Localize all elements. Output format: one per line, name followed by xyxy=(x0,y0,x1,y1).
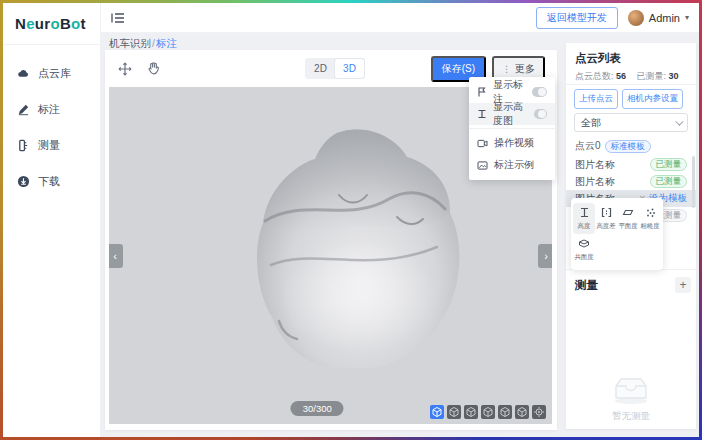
measured-value: 30 xyxy=(669,71,679,81)
view-back-button[interactable] xyxy=(464,405,478,419)
measure-tool-palette: 高度 高度差 平面度 粗糙度 xyxy=(571,198,663,270)
back-to-model-dev-button[interactable]: 返回模型开发 xyxy=(536,7,618,29)
more-label: 更多 xyxy=(515,62,535,76)
sidebar-item-label: 标注 xyxy=(38,102,60,117)
sidebar-item-label: 测量 xyxy=(38,138,60,153)
top-header: 返回模型开发 Admin ▾ xyxy=(101,3,699,33)
tool-flatness[interactable]: 平面度 xyxy=(617,203,639,234)
sidebar-item-point-cloud-library[interactable]: 点云库 xyxy=(3,55,100,91)
breadcrumb-current: 标注 xyxy=(156,37,177,49)
menu-item-label: 显示高度图 xyxy=(493,100,528,128)
download-icon xyxy=(17,175,30,188)
flag-icon xyxy=(477,87,487,97)
filter-select[interactable]: 全部 xyxy=(574,113,688,132)
breadcrumb-separator: / xyxy=(152,37,155,49)
viewer-card: 2D 3D 保存(S) ⋮ 更多 显示标注 xyxy=(105,50,557,430)
user-menu[interactable]: Admin ▾ xyxy=(628,10,689,26)
breadcrumb: 机车识别/标注 xyxy=(109,37,177,51)
view-right-button[interactable] xyxy=(498,405,512,419)
sidebar-item-label: 点云库 xyxy=(38,66,71,81)
tool-label: 高度 xyxy=(578,221,591,230)
sidebar-item-download[interactable]: 下载 xyxy=(3,163,100,199)
add-measure-button[interactable]: + xyxy=(675,277,691,293)
filter-value: 全部 xyxy=(581,116,601,130)
tooth-model[interactable] xyxy=(219,125,469,373)
mode-2d-button[interactable]: 2D xyxy=(306,59,335,78)
tool-height-diff[interactable]: 高度差 xyxy=(595,203,617,234)
chevron-down-icon: ▾ xyxy=(685,13,689,22)
flatness-tool-icon xyxy=(622,207,634,218)
view-front-button[interactable] xyxy=(447,405,461,419)
ibeam-icon xyxy=(477,109,487,119)
mode-3d-button[interactable]: 3D xyxy=(335,59,364,78)
image-name: 图片名称 xyxy=(575,158,646,172)
hand-pan-icon[interactable] xyxy=(146,61,161,76)
tool-coplanarity[interactable]: 共面度 xyxy=(573,234,595,265)
content-area: 机车识别/标注 2D 3D 保存(S) xyxy=(101,33,699,437)
pencil-icon xyxy=(17,103,30,116)
image-name: 图片名称 xyxy=(575,175,646,189)
measured-label: 已测量: xyxy=(637,71,667,81)
menu-item-annotation-example[interactable]: 标注示例 xyxy=(469,154,555,176)
next-arrow-button[interactable]: › xyxy=(538,244,552,268)
tool-roughness[interactable]: 粗糙度 xyxy=(639,203,661,234)
empty-box-icon xyxy=(608,372,654,406)
menu-divider xyxy=(469,128,555,129)
panel-counts: 点云总数: 56 已测量: 30 xyxy=(575,70,692,83)
camera-params-button[interactable]: 相机内参设置 xyxy=(622,89,683,109)
tool-label: 共面度 xyxy=(574,252,593,261)
menu-item-operation-video[interactable]: 操作视频 xyxy=(469,132,555,154)
empty-text: 暂无测量 xyxy=(566,410,696,423)
cloud-group-row[interactable]: 点云0 标准模板 xyxy=(575,139,651,153)
point-cloud-panel: 点云列表 点云总数: 56 已测量: 30 上传点云 相机内参设置 全部 xyxy=(566,43,696,429)
ruler-icon xyxy=(17,139,30,152)
sidebar-item-measure[interactable]: 测量 xyxy=(3,127,100,163)
logo-letter: N xyxy=(15,15,26,32)
view-top-button[interactable] xyxy=(515,405,529,419)
panel-buttons: 上传点云 相机内参设置 xyxy=(574,89,692,109)
roughness-tool-icon xyxy=(645,207,656,218)
empty-state: 暂无测量 xyxy=(566,372,696,423)
cloud-name: 点云0 xyxy=(575,139,601,153)
view-left-button[interactable] xyxy=(481,405,495,419)
panel-title: 点云列表 xyxy=(575,51,621,66)
measured-tag: 已测量 xyxy=(650,175,688,188)
menu-item-label: 操作视频 xyxy=(494,136,534,150)
pagination-indicator: 30/300 xyxy=(291,401,344,416)
sidebar-item-label: 下载 xyxy=(38,174,60,189)
view-mode-segment: 2D 3D xyxy=(305,58,365,79)
breadcrumb-root[interactable]: 机车识别 xyxy=(109,37,151,49)
list-item[interactable]: 图片名称 已测量 xyxy=(566,173,696,190)
upload-point-cloud-button[interactable]: 上传点云 xyxy=(574,89,618,109)
show-heightmap-toggle[interactable] xyxy=(534,109,547,119)
more-dropdown-menu: 显示标注 显示高度图 操作视频 标注示例 xyxy=(469,77,555,180)
sidebar: NeuroBot 点云库 标注 测量 下载 xyxy=(3,3,101,437)
screenshot-frame: NeuroBot 点云库 标注 测量 下载 xyxy=(0,0,702,440)
pan-move-icon[interactable] xyxy=(117,61,133,77)
logo-letter: t xyxy=(80,15,85,32)
crosshair-icon xyxy=(534,407,544,417)
menu-item-show-heightmap[interactable]: 显示高度图 xyxy=(469,103,555,125)
view-reset-button[interactable] xyxy=(532,405,546,419)
show-annotations-toggle[interactable] xyxy=(532,87,547,97)
tool-label: 粗糙度 xyxy=(640,221,659,230)
video-icon xyxy=(477,139,488,148)
view-iso-button[interactable] xyxy=(430,405,444,419)
total-value: 56 xyxy=(616,71,626,81)
more-dots-icon: ⋮ xyxy=(502,64,511,74)
logo-letter: u xyxy=(35,15,44,32)
user-name: Admin xyxy=(649,12,680,24)
avatar xyxy=(628,10,644,26)
app-window: NeuroBot 点云库 标注 测量 下载 xyxy=(3,3,699,437)
logo-letter: B xyxy=(60,15,71,32)
sidebar-item-annotate[interactable]: 标注 xyxy=(3,91,100,127)
tool-height[interactable]: 高度 xyxy=(573,203,595,234)
coplanarity-tool-icon xyxy=(578,238,590,249)
height-tool-icon xyxy=(579,207,590,218)
menu-fold-icon[interactable] xyxy=(111,12,125,24)
list-item[interactable]: 图片名称 已测量 xyxy=(566,156,696,173)
prev-arrow-button[interactable]: ‹ xyxy=(109,244,123,268)
list-scrollbar[interactable] xyxy=(692,156,695,208)
sidebar-nav: 点云库 标注 测量 下载 xyxy=(3,45,100,199)
tool-label: 平面度 xyxy=(618,221,637,230)
